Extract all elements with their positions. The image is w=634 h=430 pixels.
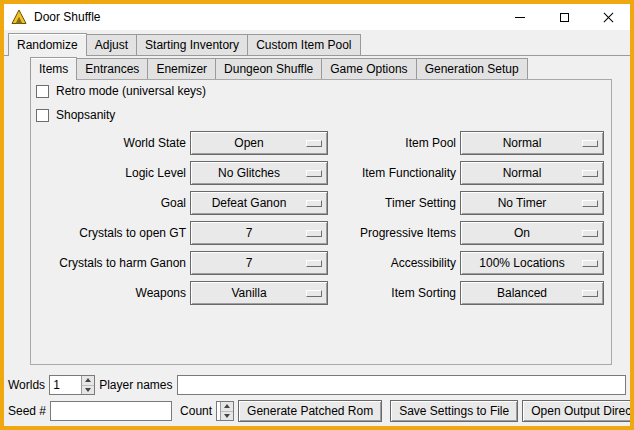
open-output-directory-button[interactable]: Open Output Directory [522,400,634,422]
item-sorting-label: Item Sorting [304,281,456,305]
weapons-label: Weapons [30,281,186,305]
tab-dungeon-shuffle[interactable]: Dungeon Shuffle [215,58,322,79]
retro-mode-checkbox[interactable]: Retro mode (universal keys) [36,83,206,99]
shopsanity-checkbox[interactable]: Shopsanity [36,107,115,123]
spin-up-icon[interactable] [82,376,94,385]
worlds-input[interactable] [50,376,81,394]
seed-row: Seed # Count Generate Patched Rom Save S… [8,399,628,423]
item-pool-label: Item Pool [304,131,456,155]
app-icon [11,9,27,25]
crystals-harm-ganon-label: Crystals to harm Ganon [30,251,186,275]
logic-level-label: Logic Level [30,161,186,185]
item-functionality-dropdown[interactable]: Normal [460,161,604,185]
item-pool-dropdown[interactable]: Normal [460,131,604,155]
count-spin-arrows [220,402,233,420]
spin-up-icon[interactable] [221,402,233,411]
timer-setting-label: Timer Setting [304,191,456,215]
close-icon [603,12,614,23]
tab-game-options[interactable]: Game Options [321,58,416,79]
tab-adjust[interactable]: Adjust [86,34,137,55]
checkbox-box [36,109,49,122]
retro-mode-label: Retro mode (universal keys) [56,84,206,98]
dropdown-indicator-icon [582,170,598,177]
tab-entrances[interactable]: Entrances [76,58,148,79]
world-state-label: World State [30,131,186,155]
seed-label: Seed # [8,404,46,418]
save-settings-button[interactable]: Save Settings to File [390,400,518,422]
tab-starting-inventory[interactable]: Starting Inventory [136,34,248,55]
player-names-input[interactable] [177,375,627,395]
spin-down-icon[interactable] [221,411,233,421]
worlds-spin-arrows [81,376,94,394]
tab-randomize[interactable]: Randomize [8,33,87,56]
dropdown-indicator-icon [582,260,598,267]
progressive-items-dropdown[interactable]: On [460,221,604,245]
titlebar[interactable]: Door Shuffle [4,4,630,30]
dropdown-indicator-icon [582,200,598,207]
dropdown-indicator-icon [582,140,598,147]
count-label: Count [180,404,212,418]
tab-custom-item-pool[interactable]: Custom Item Pool [247,34,360,55]
item-functionality-label: Item Functionality [304,161,456,185]
generate-patched-rom-button[interactable]: Generate Patched Rom [238,400,382,422]
accessibility-dropdown[interactable]: 100% Locations [460,251,604,275]
dropdown-indicator-icon [582,230,598,237]
close-button[interactable] [586,4,630,30]
count-spinner [216,401,234,421]
tab-generation-setup[interactable]: Generation Setup [416,58,528,79]
crystals-open-gt-label: Crystals to open GT [30,221,186,245]
minimize-icon [515,17,525,18]
spin-down-icon[interactable] [82,385,94,395]
worlds-row: Worlds Player names [8,374,626,396]
progressive-items-label: Progressive Items [304,221,456,245]
goal-label: Goal [30,191,186,215]
shopsanity-label: Shopsanity [56,108,115,122]
checkbox-box [36,85,49,98]
accessibility-label: Accessibility [304,251,456,275]
maximize-button[interactable] [542,4,586,30]
inner-tab-bar: Items Entrances Enemizer Dungeon Shuffle… [30,57,528,79]
tab-enemizer[interactable]: Enemizer [147,58,216,79]
player-names-label: Player names [99,378,172,392]
outer-tab-bar: Randomize Adjust Starting Inventory Cust… [4,33,630,56]
seed-input[interactable] [50,401,172,421]
dropdown-indicator-icon [582,290,598,297]
window-title: Door Shuffle [34,10,101,24]
app-window: Door Shuffle Randomize Adjust Starting I… [0,0,634,430]
worlds-spinner [49,375,95,395]
window-controls [498,4,630,30]
item-sorting-dropdown[interactable]: Balanced [460,281,604,305]
tab-items[interactable]: Items [30,57,77,80]
timer-setting-dropdown[interactable]: No Timer [460,191,604,215]
maximize-icon [560,13,569,22]
worlds-label: Worlds [8,378,45,392]
minimize-button[interactable] [498,4,542,30]
